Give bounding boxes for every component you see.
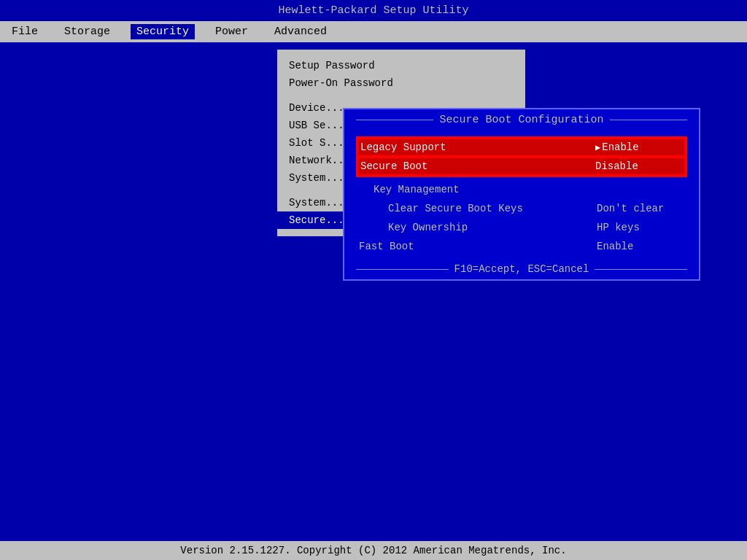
panel-region: Setup PasswordPower-On PasswordDevice...… (15, 50, 732, 236)
status-bar: Version 2.15.1227. Copyright (C) 2012 Am… (0, 541, 747, 560)
dialog-body: Legacy Support Enable Secure Boot Disabl… (344, 131, 699, 259)
menu-item-power[interactable]: Power (209, 24, 254, 39)
key-management-row[interactable]: Key Management (356, 180, 687, 199)
key-ownership-value: HP keys (597, 222, 684, 233)
status-text: Version 2.15.1227. Copyright (C) 2012 Am… (180, 545, 566, 556)
panels-wrapper: Setup PasswordPower-On PasswordDevice...… (146, 50, 729, 236)
key-ownership-label: Key Ownership (359, 222, 597, 233)
fast-boot-label: Fast Boot (359, 241, 597, 252)
app-title: Hewlett-Packard Setup Utility (278, 4, 468, 17)
dialog-footer-text: F10=Accept, ESC=Cancel (454, 263, 589, 275)
title-bar: Hewlett-Packard Setup Utility (0, 0, 747, 21)
menu-item-advanced[interactable]: Advanced (268, 24, 333, 39)
highlighted-rows: Legacy Support Enable Secure Boot Disabl… (356, 136, 687, 177)
secure-boot-row[interactable]: Secure Boot Disable (357, 157, 686, 176)
menu-bar: FileStorageSecurityPowerAdvanced (0, 21, 747, 42)
footer-line-left (356, 269, 449, 270)
dialog-title-text: Secure Boot Configuration (439, 114, 603, 126)
clear-secure-boot-row[interactable]: Clear Secure Boot Keys Don't clear (356, 199, 687, 218)
panel-item-0[interactable]: Setup Password (277, 57, 525, 74)
key-management-label: Key Management (359, 184, 597, 195)
legacy-support-label: Legacy Support (360, 141, 595, 153)
menu-item-file[interactable]: File (6, 24, 44, 39)
clear-secure-boot-label: Clear Secure Boot Keys (359, 203, 597, 214)
title-line-right (610, 120, 687, 120)
menu-item-security[interactable]: Security (131, 24, 195, 39)
fast-boot-value: Enable (597, 241, 684, 252)
panel-item-1[interactable]: Power-On Password (277, 74, 525, 92)
title-line-left (356, 120, 433, 120)
legacy-support-value: Enable (595, 141, 683, 153)
legacy-support-row[interactable]: Legacy Support Enable (357, 138, 686, 157)
secure-boot-label: Secure Boot (360, 160, 595, 172)
secure-boot-value: Disable (595, 160, 683, 172)
dialog-title: Secure Boot Configuration (344, 109, 699, 131)
dialog-footer: F10=Accept, ESC=Cancel (344, 259, 699, 279)
secure-boot-dialog: Secure Boot Configuration Legacy Support… (343, 108, 700, 281)
clear-secure-boot-value: Don't clear (597, 203, 684, 214)
fast-boot-row[interactable]: Fast Boot Enable (356, 237, 687, 256)
menu-item-storage[interactable]: Storage (58, 24, 116, 39)
key-ownership-row[interactable]: Key Ownership HP keys (356, 218, 687, 237)
panel-divider-2 (277, 92, 525, 99)
main-content: Setup PasswordPower-On PasswordDevice...… (0, 42, 747, 244)
footer-line-right (595, 269, 687, 270)
left-spacer (15, 50, 146, 236)
